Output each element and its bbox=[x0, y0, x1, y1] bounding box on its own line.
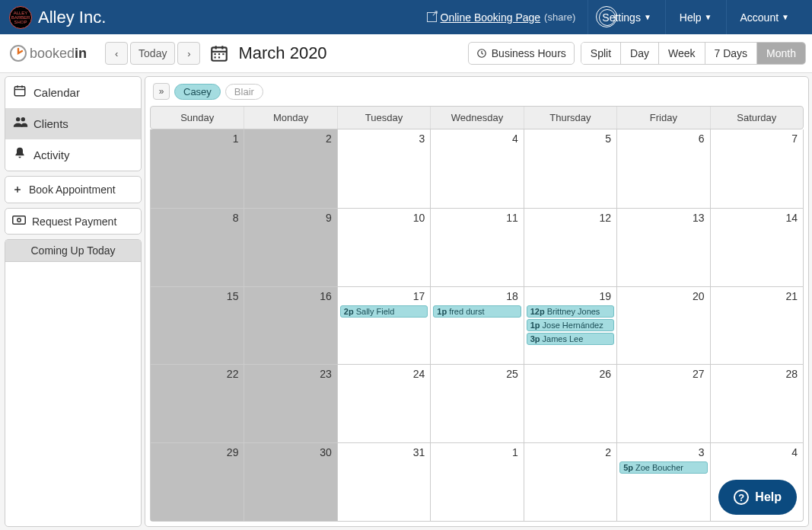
staff-chip-blair[interactable]: Blair bbox=[225, 84, 263, 100]
book-appointment-button[interactable]: ＋ Book Appointment bbox=[5, 176, 142, 203]
calendar-cell[interactable]: 25 bbox=[430, 365, 523, 442]
calendar-cell[interactable]: 14 bbox=[710, 209, 803, 286]
online-booking-group: Online Booking Page (share) bbox=[427, 11, 576, 24]
calendar-cell[interactable]: 28 bbox=[710, 365, 803, 442]
business-hours-button[interactable]: Business Hours bbox=[468, 42, 575, 65]
nav-clients[interactable]: Clients bbox=[5, 108, 141, 139]
appointment[interactable]: 2pSally Field bbox=[340, 305, 428, 318]
nav-activity[interactable]: Activity bbox=[5, 139, 141, 171]
calendar-cell[interactable]: 16 bbox=[244, 287, 336, 365]
calendar-cell[interactable]: 23 bbox=[244, 365, 336, 442]
day-number: 14 bbox=[785, 212, 798, 224]
calendar-cell[interactable]: 27 bbox=[616, 365, 709, 442]
view-day[interactable]: Day bbox=[620, 43, 658, 64]
nav-block: CalendarClientsActivity bbox=[5, 76, 142, 171]
calendar-cell[interactable]: 26 bbox=[524, 365, 616, 442]
calendar-cell[interactable]: 7 bbox=[710, 129, 803, 208]
calendar-cell[interactable]: 2 bbox=[244, 129, 336, 208]
nav-calendar[interactable]: Calendar bbox=[5, 77, 141, 108]
staff-filter-bar: » CaseyBlair bbox=[145, 77, 808, 106]
settings-menu[interactable]: Settings▼ bbox=[588, 0, 665, 34]
day-header: Friday bbox=[616, 107, 709, 129]
calendar-cell[interactable]: 12 bbox=[524, 209, 616, 286]
appointment[interactable]: 1pfred durst bbox=[433, 305, 521, 318]
appointment[interactable]: 3pJames Lee bbox=[527, 333, 614, 345]
prev-button[interactable]: ‹ bbox=[105, 42, 128, 65]
coming-up-header: Coming Up Today bbox=[5, 240, 141, 262]
calendar-cell[interactable]: 6 bbox=[616, 129, 709, 208]
share-link[interactable]: (share) bbox=[544, 11, 575, 23]
calendar-panel: » CaseyBlair SundayMondayTuesdayWednesda… bbox=[145, 76, 809, 527]
coming-up-body bbox=[5, 262, 141, 526]
calendar-cell[interactable]: 1 bbox=[151, 129, 244, 208]
calendar-cell[interactable]: 35pZoe Boucher bbox=[616, 443, 709, 521]
calendar-cell[interactable]: 1 bbox=[430, 443, 523, 521]
calendar-cell[interactable]: 31 bbox=[337, 443, 430, 521]
calendar-cell[interactable]: 22 bbox=[151, 365, 244, 442]
calendar-cell[interactable]: 20 bbox=[616, 287, 709, 365]
calendar-cell[interactable]: 13 bbox=[616, 209, 709, 286]
calendar-cell[interactable]: 5 bbox=[524, 129, 616, 208]
day-header: Tuesday bbox=[337, 107, 430, 129]
staff-chip-casey[interactable]: Casey bbox=[174, 84, 221, 100]
day-number: 18 bbox=[506, 290, 518, 302]
company-logo: ALLEY BARBER SHOP bbox=[9, 6, 32, 29]
expand-filters-button[interactable]: » bbox=[153, 83, 170, 100]
calendar-cell[interactable]: 11 bbox=[430, 209, 523, 286]
appointment[interactable]: 1pJose Hernández bbox=[527, 319, 614, 331]
next-button[interactable]: › bbox=[177, 42, 200, 65]
svg-point-16 bbox=[21, 117, 25, 121]
day-number: 21 bbox=[785, 290, 798, 302]
help-fab-label: Help bbox=[755, 490, 782, 504]
request-payment-button[interactable]: Request Payment bbox=[5, 208, 142, 235]
appointment[interactable]: 5pZoe Boucher bbox=[619, 461, 707, 474]
coming-up-panel: Coming Up Today bbox=[5, 239, 142, 527]
calendar-cell[interactable]: 8 bbox=[151, 209, 244, 286]
calendar-cell[interactable]: 9 bbox=[244, 209, 336, 286]
calendar-cell[interactable]: 21 bbox=[710, 287, 803, 365]
calendar-cell[interactable]: 24 bbox=[337, 365, 430, 442]
today-button[interactable]: Today bbox=[130, 42, 175, 65]
help-fab[interactable]: ? Help bbox=[718, 480, 797, 515]
online-booking-link[interactable]: Online Booking Page bbox=[441, 11, 541, 24]
calendar-cell[interactable]: 172pSally Field bbox=[337, 287, 430, 365]
day-number: 30 bbox=[320, 446, 332, 458]
day-number: 20 bbox=[693, 290, 705, 302]
calendar-cell[interactable]: 1912pBrittney Jones1pJose Hernández3pJam… bbox=[524, 287, 616, 365]
calendar-cell[interactable]: 29 bbox=[151, 443, 244, 521]
svg-point-18 bbox=[18, 219, 21, 222]
day-number: 15 bbox=[227, 290, 239, 302]
day-number: 11 bbox=[506, 212, 518, 224]
view-month[interactable]: Month bbox=[756, 43, 805, 64]
plus-icon: ＋ bbox=[12, 183, 23, 196]
day-number: 13 bbox=[693, 212, 705, 224]
svg-rect-7 bbox=[223, 53, 224, 55]
view-7days[interactable]: 7 Days bbox=[705, 43, 757, 64]
calendar-cell[interactable]: 4 bbox=[430, 129, 523, 208]
day-number: 29 bbox=[227, 446, 239, 458]
svg-rect-6 bbox=[218, 53, 220, 55]
request-payment-label: Request Payment bbox=[32, 216, 116, 228]
day-number: 8 bbox=[233, 212, 239, 224]
calendar-cell[interactable]: 10 bbox=[337, 209, 430, 286]
day-header: Thursday bbox=[524, 107, 616, 129]
calendar-picker-icon[interactable] bbox=[209, 43, 229, 63]
calendar-cell[interactable]: 30 bbox=[244, 443, 336, 521]
appointment[interactable]: 12pBrittney Jones bbox=[527, 305, 614, 318]
svg-rect-17 bbox=[13, 216, 26, 225]
calendar-cell[interactable]: 181pfred durst bbox=[430, 287, 523, 365]
day-number: 28 bbox=[785, 368, 798, 380]
calendar-cell[interactable]: 15 bbox=[151, 287, 244, 365]
view-split[interactable]: Split bbox=[581, 43, 620, 64]
app-logo: bookedin bbox=[9, 44, 87, 62]
day-number: 5 bbox=[605, 132, 611, 145]
month-title: March 2020 bbox=[238, 43, 326, 63]
view-week[interactable]: Week bbox=[658, 43, 705, 64]
day-number: 23 bbox=[320, 368, 332, 380]
day-number: 16 bbox=[320, 290, 332, 302]
calendar-cell[interactable]: 2 bbox=[524, 443, 616, 521]
calendar-cell[interactable]: 3 bbox=[337, 129, 430, 208]
account-menu[interactable]: Account▼ bbox=[726, 0, 804, 34]
day-number: 10 bbox=[413, 212, 425, 224]
help-menu[interactable]: Help▼ bbox=[665, 0, 726, 34]
